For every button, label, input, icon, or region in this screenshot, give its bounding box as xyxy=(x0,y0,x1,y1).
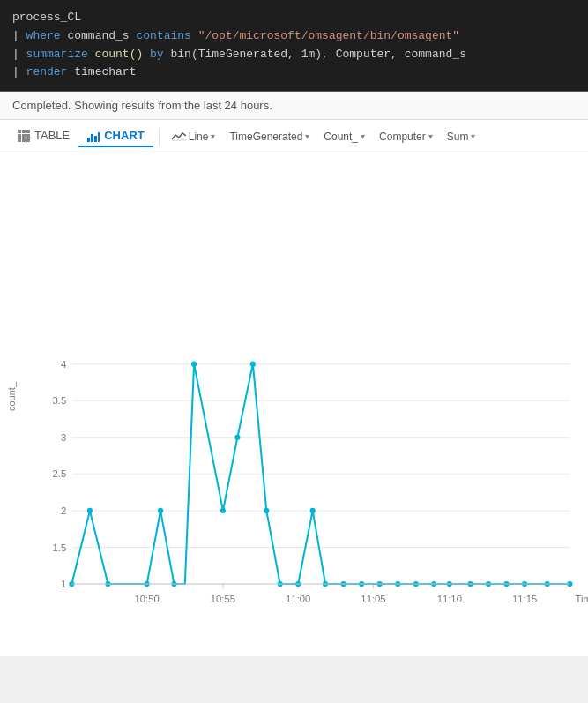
svg-rect-9 xyxy=(87,138,90,142)
query-editor[interactable]: process_CL | where command_s contains "/… xyxy=(0,0,588,92)
toolbar-divider xyxy=(159,128,160,146)
svg-rect-6 xyxy=(18,138,21,142)
table-icon xyxy=(18,130,30,142)
svg-text:3: 3 xyxy=(61,432,66,443)
svg-rect-3 xyxy=(18,134,21,138)
svg-rect-2 xyxy=(26,130,30,133)
svg-rect-12 xyxy=(98,132,100,142)
svg-rect-7 xyxy=(22,138,26,142)
svg-text:1.5: 1.5 xyxy=(53,542,67,553)
query-line-3: | summarize count() by bin(TimeGenerated… xyxy=(12,46,576,64)
time-generated-select[interactable]: TimeGenerated ▾ xyxy=(222,128,316,146)
svg-rect-1 xyxy=(22,130,26,133)
svg-text:10:55: 10:55 xyxy=(211,594,235,604)
query-line-4: | render timechart xyxy=(12,64,576,82)
svg-text:10:50: 10:50 xyxy=(135,594,160,604)
result-status: Completed. Showing results from the last… xyxy=(0,92,588,120)
svg-text:11:00: 11:00 xyxy=(286,594,310,604)
chart-dot xyxy=(191,362,197,367)
svg-text:2.5: 2.5 xyxy=(53,469,67,480)
chart-toolbar: TABLE CHART Line ▾ TimeGenerated ▾ Co xyxy=(0,120,588,153)
count-select[interactable]: Count_ ▾ xyxy=(316,128,372,146)
line-chart-svg: 1 1.5 2 2.5 3 3.5 4 10:50 xyxy=(26,162,588,630)
chart-svg: 1 1.5 2 2.5 3 3.5 4 10:50 xyxy=(26,162,588,630)
chart-container: count_ 1 1.5 2 xyxy=(0,153,588,656)
table-view-button[interactable]: TABLE xyxy=(9,125,78,147)
line-type-select[interactable]: Line ▾ xyxy=(165,128,223,146)
svg-text:11:15: 11:15 xyxy=(512,594,537,604)
svg-text:2: 2 xyxy=(61,505,66,516)
y-axis-label: count_ xyxy=(0,162,26,630)
line-chevron-icon: ▾ xyxy=(211,131,215,141)
svg-text:1: 1 xyxy=(61,579,66,589)
svg-rect-4 xyxy=(22,134,26,138)
sum-chevron-icon: ▾ xyxy=(471,131,475,141)
computer-chevron-icon: ▾ xyxy=(428,131,433,141)
svg-rect-10 xyxy=(91,134,93,142)
chart-icon xyxy=(87,130,100,142)
svg-text:11:10: 11:10 xyxy=(437,594,462,604)
chart-dot xyxy=(234,435,240,440)
computer-select[interactable]: Computer ▾ xyxy=(372,128,440,146)
chart-inner: 1 1.5 2 2.5 3 3.5 4 10:50 xyxy=(26,162,588,630)
query-line-2: | where command_s contains "/opt/microso… xyxy=(12,27,576,46)
chart-dot xyxy=(310,508,316,513)
chart-dot xyxy=(158,508,163,513)
svg-rect-0 xyxy=(18,130,21,133)
sum-select[interactable]: Sum ▾ xyxy=(440,128,483,146)
svg-text:4: 4 xyxy=(61,359,66,370)
count-chevron-icon: ▾ xyxy=(361,131,365,141)
svg-text:TimeGe...: TimeGe... xyxy=(576,594,588,604)
chart-view-button[interactable]: CHART xyxy=(78,125,153,147)
svg-rect-5 xyxy=(26,134,30,138)
query-line-1: process_CL xyxy=(12,9,576,27)
chart-dot xyxy=(220,508,226,513)
line-chart-icon xyxy=(172,132,186,141)
chart-dot xyxy=(264,508,269,513)
chart-dot xyxy=(87,508,93,513)
svg-rect-11 xyxy=(94,136,97,142)
svg-rect-8 xyxy=(26,138,30,142)
time-chevron-icon: ▾ xyxy=(305,131,309,141)
chart-dot xyxy=(250,362,256,367)
svg-text:3.5: 3.5 xyxy=(53,395,67,406)
page: process_CL | where command_s contains "/… xyxy=(0,0,588,703)
svg-text:11:05: 11:05 xyxy=(361,594,385,604)
